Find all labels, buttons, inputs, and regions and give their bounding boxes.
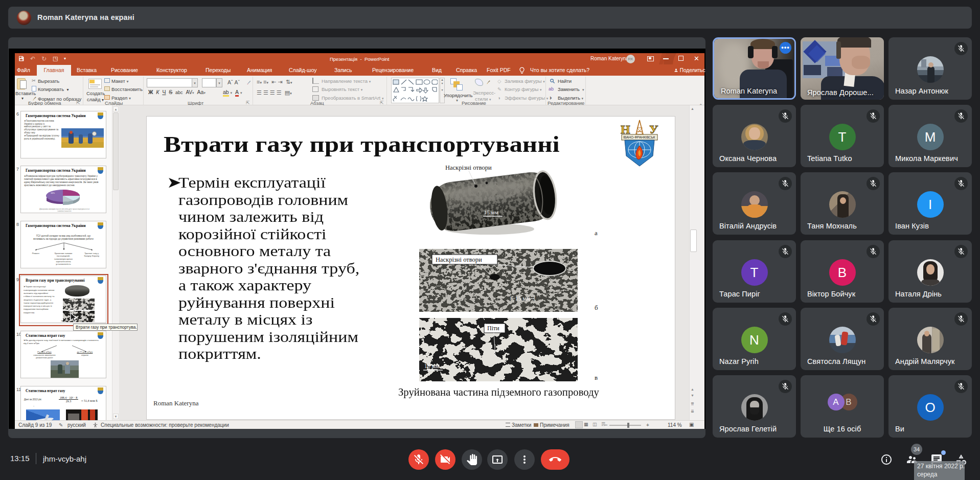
svg-text:ІВАНО-ФРАНКІВСЬК: ІВАНО-ФРАНКІВСЬК	[623, 135, 655, 139]
svg-text:⊢15 мм⊣: ⊢15 мм⊣	[510, 295, 535, 302]
svg-text:У: У	[649, 123, 658, 136]
svg-text:10 мм: 10 мм	[424, 363, 440, 369]
svg-text:15 мм: 15 мм	[484, 209, 498, 215]
svg-text:Наскрізні отвори: Наскрізні отвори	[445, 164, 492, 171]
svg-text:Піти: Піти	[487, 325, 499, 332]
svg-text:34%: 34%	[51, 192, 55, 194]
svg-text:Н: Н	[621, 123, 630, 136]
svg-text:Наскрізні отвори: Наскрізні отвори	[436, 256, 482, 263]
